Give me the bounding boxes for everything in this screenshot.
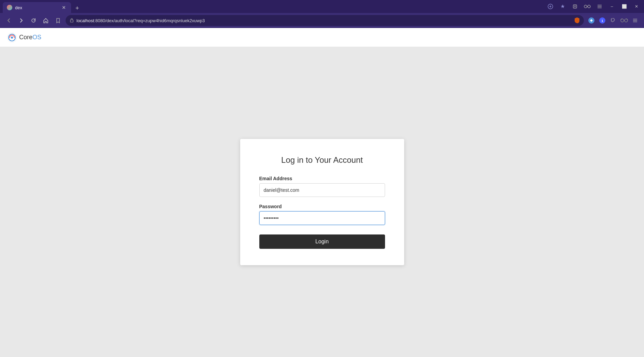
svg-rect-4 [70,20,73,22]
app-navbar: CoreOS [0,28,644,47]
password-input[interactable] [259,211,385,225]
logo-core-text: Core [19,34,32,41]
svg-point-2 [584,5,587,8]
back-button[interactable] [4,16,14,25]
logo-os-text: OS [32,34,41,41]
browser-frame: dex ✕ + [0,0,644,357]
close-window-button[interactable]: ✕ [632,2,641,11]
hamburger-menu[interactable] [595,2,604,11]
maximize-button[interactable]: ⬜ [619,2,629,11]
menu-button[interactable] [630,16,640,25]
coreos-logo-icon [7,32,17,43]
email-form-group: Email Address [259,176,385,197]
tab-favicon [7,5,12,10]
password-form-group: Password [259,204,385,225]
lock-icon [70,18,74,24]
home-button[interactable] [41,16,51,25]
toolbar-extensions: 1 [587,16,640,25]
browser-toolbar: localhost:8080/dex/auth/local?req=zupw4h… [0,13,644,28]
login-button[interactable]: Login [259,234,385,249]
app-logo: CoreOS [7,32,41,43]
login-card: Log in to Your Account Email Address Pas… [240,139,404,265]
titlebar-controls: – ⬜ ✕ [546,2,641,11]
puzzle-icon[interactable] [608,16,618,25]
proton-vpn-icon[interactable] [587,16,596,25]
active-tab[interactable]: dex ✕ [3,2,71,13]
brave-shield-icon [574,17,580,24]
glasses-extension-icon[interactable] [619,16,629,25]
minimize-button[interactable]: – [607,2,617,11]
browser-tabs: dex ✕ + [3,0,546,13]
email-label: Email Address [259,176,385,181]
extensions-icon[interactable] [570,2,580,11]
svg-text:1: 1 [601,19,603,23]
svg-point-12 [11,37,13,39]
brave-wallet-icon[interactable]: 1 [598,16,607,25]
forward-button[interactable] [16,16,26,25]
new-tab-button[interactable]: + [72,3,82,13]
browser-titlebar: dex ✕ + [0,0,644,13]
page-content: Log in to Your Account Email Address Pas… [0,47,644,357]
svg-point-3 [588,5,590,8]
tab-title: dex [15,5,58,10]
login-title: Log in to Your Account [259,155,385,165]
reload-button[interactable] [29,16,38,25]
address-bar[interactable]: localhost:8080/dex/auth/local?req=zupw4h… [66,15,584,26]
password-label: Password [259,204,385,209]
wallet-icon[interactable] [546,2,555,11]
brave-rewards-icon[interactable] [558,2,567,11]
logo-text: CoreOS [19,34,41,41]
email-input[interactable] [259,183,385,197]
bookmarks-button[interactable] [53,16,63,25]
address-text: localhost:8080/dex/auth/local?req=zupw4h… [77,18,572,23]
eyewear-icon[interactable] [583,2,592,11]
browser-content-wrapper: CoreOS Log in to Your Account Email Addr… [0,28,644,357]
tab-close-button[interactable]: ✕ [61,4,67,11]
